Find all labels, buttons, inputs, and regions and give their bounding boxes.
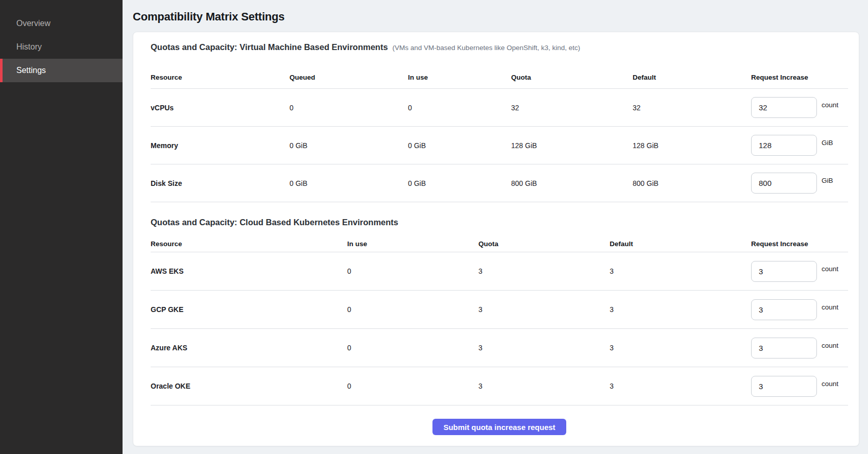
resource-name: AWS EKS: [151, 267, 347, 275]
sidebar-item-settings[interactable]: Settings: [0, 59, 123, 82]
in-use-value: 0: [347, 305, 478, 314]
column-header-default: Default: [633, 74, 751, 81]
quota-value: 128 GiB: [511, 141, 633, 150]
default-value: 32: [633, 104, 751, 112]
column-header-request-increase: Request Increase: [751, 74, 848, 81]
vm-section-heading-row: Quotas and Capacity: Virtual Machine Bas…: [151, 40, 848, 55]
unit-label: count: [822, 380, 838, 388]
column-header-quota: Quota: [478, 240, 610, 248]
column-header-resource: Resource: [151, 240, 347, 248]
memory-request-input[interactable]: [751, 135, 817, 156]
main-content: Compatibility Matrix Settings Quotas and…: [123, 0, 868, 454]
column-header-request-increase: Request Increase: [751, 240, 848, 248]
queued-value: 0 GiB: [290, 141, 408, 150]
request-increase-cell: count: [751, 376, 848, 397]
quota-value: 3: [478, 382, 610, 390]
in-use-value: 0: [347, 267, 478, 275]
resource-name: Memory: [151, 141, 290, 150]
queued-value: 0: [290, 104, 408, 112]
submit-quota-increase-button[interactable]: Submit quota increase request: [432, 419, 566, 435]
request-increase-cell: count: [751, 261, 848, 282]
default-value: 800 GiB: [633, 179, 751, 187]
unit-label: count: [822, 342, 838, 349]
table-row-disk-size: Disk Size 0 GiB 0 GiB 800 GiB 800 GiB Gi…: [151, 164, 848, 202]
resource-name: Azure AKS: [151, 344, 347, 352]
table-row-azure-aks: Azure AKS 0 3 3 count: [151, 329, 848, 367]
column-header-default: Default: [610, 240, 751, 248]
unit-label: GiB: [822, 177, 833, 184]
in-use-value: 0 GiB: [408, 141, 511, 150]
sidebar-item-label: Settings: [16, 66, 46, 75]
in-use-value: 0: [347, 382, 478, 390]
unit-label: count: [822, 303, 838, 311]
table-row-aws-eks: AWS EKS 0 3 3 count: [151, 252, 848, 291]
active-accent-bar: [0, 59, 3, 82]
quota-value: 3: [478, 267, 610, 275]
unit-label: count: [822, 265, 838, 273]
disk-size-request-input[interactable]: [751, 173, 817, 194]
sidebar-item-overview[interactable]: Overview: [0, 12, 123, 35]
sidebar-item-label: Overview: [16, 19, 51, 28]
default-value: 3: [610, 344, 751, 352]
gcp-gke-request-input[interactable]: [751, 299, 817, 320]
unit-label: GiB: [822, 139, 833, 147]
column-header-resource: Resource: [151, 74, 290, 81]
vm-section-heading: Quotas and Capacity: Virtual Machine Bas…: [151, 40, 388, 54]
in-use-value: 0: [408, 104, 511, 112]
resource-name: GCP GKE: [151, 305, 347, 314]
request-increase-cell: count: [751, 299, 848, 320]
quota-value: 32: [511, 104, 633, 112]
in-use-value: 0 GiB: [408, 179, 511, 187]
submit-button-container: Submit quota increase request: [151, 405, 848, 435]
quotas-card: Quotas and Capacity: Virtual Machine Bas…: [133, 32, 859, 446]
page-title: Compatibility Matrix Settings: [133, 10, 859, 23]
default-value: 3: [610, 305, 751, 314]
column-header-queued: Queued: [290, 74, 408, 81]
request-increase-cell: GiB: [751, 173, 848, 194]
table-row-memory: Memory 0 GiB 0 GiB 128 GiB 128 GiB GiB: [151, 127, 848, 164]
in-use-value: 0: [347, 344, 478, 352]
k8s-section-heading-row: Quotas and Capacity: Cloud Based Kuberne…: [151, 216, 848, 229]
vm-table-header: Resource Queued In use Quota Default Req…: [151, 55, 848, 89]
sidebar: Overview History Settings: [0, 0, 123, 454]
k8s-section-heading: Quotas and Capacity: Cloud Based Kuberne…: [151, 216, 398, 229]
resource-name: Oracle OKE: [151, 382, 347, 390]
column-header-in-use: In use: [347, 240, 478, 248]
queued-value: 0 GiB: [290, 179, 408, 187]
sidebar-item-label: History: [16, 42, 42, 52]
default-value: 3: [610, 267, 751, 275]
default-value: 128 GiB: [633, 141, 751, 150]
default-value: 3: [610, 382, 751, 390]
sidebar-item-history[interactable]: History: [0, 35, 123, 59]
vcpus-request-input[interactable]: [751, 97, 817, 118]
k8s-table-header: Resource In use Quota Default Request In…: [151, 229, 848, 252]
vm-section-subheading: (VMs and VM-based Kubernetes like OpenSh…: [393, 41, 581, 55]
quota-value: 800 GiB: [511, 179, 633, 187]
azure-aks-request-input[interactable]: [751, 338, 817, 359]
unit-label: count: [822, 101, 838, 109]
request-increase-cell: count: [751, 97, 848, 118]
table-row-vcpus: vCPUs 0 0 32 32 count: [151, 89, 848, 127]
aws-eks-request-input[interactable]: [751, 261, 817, 282]
quota-value: 3: [478, 305, 610, 314]
resource-name: Disk Size: [151, 179, 290, 187]
column-header-quota: Quota: [511, 74, 633, 81]
column-header-in-use: In use: [408, 74, 511, 81]
table-row-oracle-oke: Oracle OKE 0 3 3 count: [151, 367, 848, 405]
oracle-oke-request-input[interactable]: [751, 376, 817, 397]
request-increase-cell: GiB: [751, 135, 848, 156]
quota-value: 3: [478, 344, 610, 352]
resource-name: vCPUs: [151, 104, 290, 112]
request-increase-cell: count: [751, 338, 848, 359]
table-row-gcp-gke: GCP GKE 0 3 3 count: [151, 291, 848, 329]
